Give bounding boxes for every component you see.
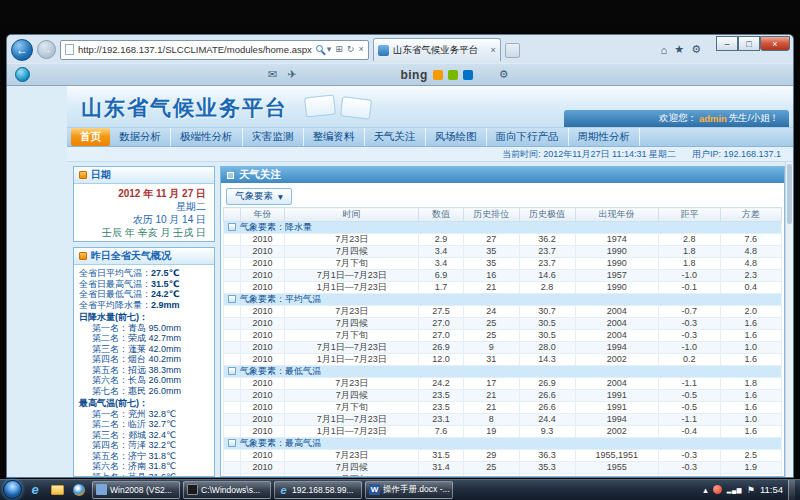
section-row[interactable]: 气象要素：降水量 [224,222,782,234]
date-line: 星期二 [78,200,206,213]
column-header[interactable]: 时间 [285,208,419,222]
nav-item[interactable]: 风场绘图 [426,128,487,146]
alert-icon[interactable] [713,485,722,494]
nav-item[interactable]: 天气关注 [365,128,426,146]
url-text[interactable]: http://192.168.137.1/SLCCLIMATE/modules/… [78,44,312,55]
search-icon[interactable] [316,45,323,54]
messenger-icon[interactable] [15,67,30,82]
forward-button[interactable]: → [37,40,56,59]
section-expand-icon[interactable] [228,367,236,375]
tab-close-button[interactable]: × [490,45,495,55]
section-row[interactable]: 气象要素：平均气温 [224,294,782,306]
column-header[interactable]: 数值 [419,208,464,222]
explorer-quicklaunch-icon[interactable] [48,481,66,498]
data-row[interactable]: 20107月1日—7月23日6.91614.61957-1.02.3 [224,270,782,282]
column-header[interactable]: 方差 [720,208,781,222]
start-button[interactable] [3,480,22,499]
mail-icon[interactable]: ✉ [268,69,277,80]
rank-group-title: 最高气温(前七)： [79,398,209,409]
taskbar-button[interactable]: C:\Windows\s... [183,481,271,499]
bing-logo[interactable]: bing [400,68,427,82]
console-icon [187,484,198,495]
section-expand-icon[interactable] [228,223,236,231]
address-bar[interactable]: http://192.168.137.1/SLCCLIMATE/modules/… [60,40,369,60]
maximize-button[interactable]: □ [738,36,760,51]
network-icon[interactable]: ▂▄▆ [727,486,742,493]
nav-item[interactable]: 数据分析 [110,128,171,146]
bing-orange-icon[interactable] [433,70,443,80]
compatibility-view-icon[interactable]: ⊞ [335,45,343,54]
weather-table: 年份时间数值历史排位历史极值出现年份距平方差 气象要素：降水量20107月23日… [223,207,782,476]
data-row[interactable]: 20107月四候23.52126.61991-0.51.6 [224,390,782,402]
filter-chevron-down-icon: ▾ [278,191,283,202]
taskbar-button[interactable]: W操作手册.docx -... [365,481,453,499]
scrollbar-thumb[interactable] [787,164,792,224]
home-icon[interactable]: ⌂ [661,44,668,56]
summary-panel-header: 昨日全省天气概况 [74,248,214,265]
bing-green-icon[interactable] [448,70,458,80]
ie-quicklaunch-icon[interactable]: e [26,481,44,498]
data-row[interactable]: 20107月下旬23.52126.61991-0.51.6 [224,402,782,414]
section-row[interactable]: 气象要素：最高气温 [224,438,782,450]
column-header[interactable]: 年份 [240,208,285,222]
data-row[interactable]: 20107月1日—7月23日23.1824.41994-1.11.0 [224,414,782,426]
taskbar-clock[interactable]: 11:54 [760,484,783,495]
close-button[interactable]: × [760,36,790,51]
favorites-star-icon[interactable]: ★ [674,43,684,56]
section-expand-icon[interactable] [228,439,236,447]
nav-item[interactable]: 整编资料 [304,128,365,146]
gear-icon[interactable]: ⚙ [691,43,701,56]
nav-item[interactable]: 面向下行产品 [487,128,569,146]
taskbar-button[interactable]: Win2008 (VS2... [92,481,180,499]
data-row[interactable]: 20107月1日—7月23日26.9928.01994-1.01.0 [224,342,782,354]
nav-item[interactable]: 周期性分析 [569,128,641,146]
data-row[interactable]: 20107月23日31.52936.31955,1951-0.32.5 [224,450,782,462]
data-row[interactable]: 20107月23日24.21726.92004-1.11.8 [224,378,782,390]
data-row[interactable]: 20101月1日—7月23日12.03114.320020.21.6 [224,354,782,366]
chevron-down-icon[interactable]: ▾ [327,45,332,54]
taskbar-button[interactable]: e192.168.58.99... [274,481,362,499]
new-tab-button[interactable] [505,43,520,58]
data-row[interactable]: 20107月四候31.42535.31955-0.31.9 [224,462,782,474]
nav-item[interactable]: 极端性分析 [171,128,243,146]
browser-tab[interactable]: 山东省气候业务平台 × [373,38,501,61]
back-button[interactable]: ← [11,39,33,61]
section-row[interactable]: 气象要素：最低气温 [224,366,782,378]
show-desktop-button[interactable] [788,480,795,500]
weather-icon [79,252,87,260]
toolbar-gear-icon[interactable]: ⚙ [499,69,509,80]
rank-item: 第五名：招远 38.3mm [79,365,209,376]
mediaplayer-quicklaunch-icon[interactable] [70,481,88,498]
data-row[interactable]: 20107月下旬3.43523.719901.84.8 [224,258,782,270]
data-row[interactable]: 20107月四候3.43523.719901.84.8 [224,246,782,258]
data-row[interactable]: 20107月23日2.92736.219742.87.6 [224,234,782,246]
nav-item[interactable]: 首页 [71,128,110,146]
section-expand-icon[interactable] [228,295,236,303]
taskbar-buttons: Win2008 (VS2...C:\Windows\s...e192.168.5… [92,481,453,499]
nav-item[interactable]: 灾害监测 [243,128,304,146]
stop-button[interactable]: × [358,45,363,54]
data-row[interactable]: 20107月23日27.52430.72004-0.72.0 [224,306,782,318]
send-icon[interactable]: ✈ [287,69,296,80]
stat-line: 全省日最高气温：31.5℃ [79,279,209,290]
element-filter-button[interactable]: 气象要素 ▾ [226,188,292,205]
show-hidden-icons-button[interactable]: ▴ [703,485,708,495]
data-row[interactable]: 20107月下旬31.42535.31951-0.31.9 [224,474,782,477]
data-row[interactable]: 20101月1日—7月23日7.6199.32002-0.41.6 [224,426,782,438]
refresh-button[interactable]: ↻ [347,45,355,54]
vertical-scrollbar[interactable] [785,162,793,477]
flag-icon[interactable]: ⚑ [747,485,755,495]
rank-item: 第七名：惠民 26.0mm [79,386,209,397]
column-header[interactable]: 历史排位 [463,208,519,222]
date-panel: 日期 2012 年 11 月 27 日星期二农历 10 月 14 日壬辰 年 辛… [73,166,215,242]
minimize-button[interactable]: – [716,36,738,51]
column-header[interactable]: 出现年份 [575,208,659,222]
postcard-icon [304,94,336,117]
bing-blue-icon[interactable] [463,70,473,80]
column-header[interactable]: 历史极值 [519,208,575,222]
data-row[interactable]: 20101月1日—7月23日1.7212.81990-0.10.4 [224,282,782,294]
data-row[interactable]: 20107月四候27.02530.52004-0.31.6 [224,318,782,330]
welcome-bar: 欢迎您： admin 先生/小姐！ [564,110,789,127]
column-header[interactable]: 距平 [659,208,720,222]
data-row[interactable]: 20107月下旬27.02530.52004-0.31.6 [224,330,782,342]
